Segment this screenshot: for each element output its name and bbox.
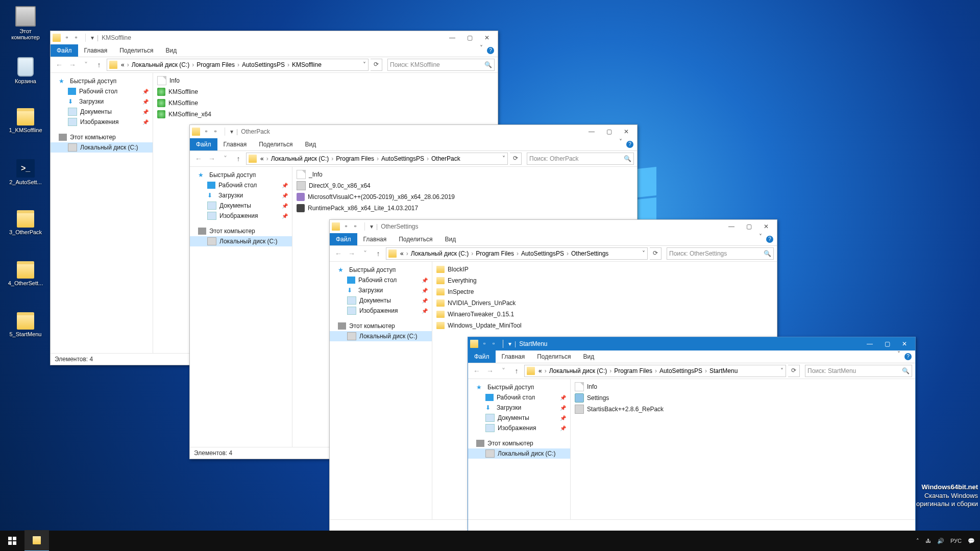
recent-dropdown[interactable]: ˅ (359, 248, 371, 259)
close-button[interactable]: ✕ (757, 220, 775, 233)
ribbon-tab-view[interactable]: Вид (577, 350, 600, 363)
forward-button[interactable]: → (484, 365, 496, 377)
address-dropdown-icon[interactable]: ˅ (640, 250, 647, 257)
nav-drive-c[interactable]: Локальный диск (C:) (468, 448, 570, 459)
chevron-down-icon[interactable]: ▾ (370, 223, 373, 230)
back-button[interactable]: ← (333, 248, 344, 259)
ribbon-expand-icon[interactable]: ˅ (477, 44, 485, 57)
file-item[interactable]: Info (157, 75, 494, 86)
ribbon-tab-share[interactable]: Поделиться (393, 233, 438, 245)
ribbon-tab-view[interactable]: Вид (299, 138, 322, 151)
nav-pictures[interactable]: Изображения📌 (468, 423, 570, 433)
file-item[interactable]: KMSoffline_x64 (157, 109, 494, 120)
language-indicator[interactable]: РУС (950, 538, 962, 544)
file-item[interactable]: Everything (436, 275, 773, 286)
ribbon-tab-home[interactable]: Главная (78, 44, 114, 57)
breadcrumb-item[interactable]: StartMenu (708, 367, 739, 374)
nav-desktop[interactable]: Рабочий стол📌 (468, 392, 570, 403)
help-button[interactable]: ? (485, 44, 496, 57)
nav-desktop[interactable]: Рабочий стол📌 (190, 180, 292, 190)
qat-newfolder-icon[interactable]: ▫ (493, 340, 501, 348)
nav-drive-c[interactable]: Локальный диск (C:) (190, 236, 292, 246)
file-item[interactable]: KMSoffline (157, 97, 494, 109)
desktop-icon[interactable]: 1_KMSoffline (6, 108, 45, 133)
ribbon-tab-home[interactable]: Главная (217, 138, 253, 151)
desktop-icon[interactable]: >_2_AutoSett... (6, 159, 45, 185)
desktop-icon[interactable]: 5_StartMenu (6, 312, 45, 337)
breadcrumb-item[interactable]: Program Files (612, 367, 654, 374)
qat-properties-icon[interactable]: ▫ (483, 340, 492, 348)
file-item[interactable]: RuntimePack_x86_x64_Lite_14.03.2017 (297, 203, 633, 214)
nav-quick-access[interactable]: ★Быстрый доступ (468, 382, 570, 392)
refresh-button[interactable]: ⟳ (371, 59, 382, 71)
nav-downloads[interactable]: ⬇Загрузки📌 (190, 190, 292, 201)
nav-documents[interactable]: Документы📌 (468, 413, 570, 423)
ribbon-tab-file[interactable]: Файл (330, 233, 357, 245)
chevron-down-icon[interactable]: ▾ (230, 128, 233, 135)
qat-properties-icon[interactable]: ▫ (345, 222, 353, 231)
file-item[interactable]: MicrosoftVisualC++(2005-2019)_x86_x64_28… (297, 191, 633, 203)
file-item[interactable]: Info (575, 381, 911, 392)
nav-documents[interactable]: Документы📌 (190, 201, 292, 211)
forward-button[interactable]: → (206, 153, 217, 164)
minimize-button[interactable]: — (861, 337, 878, 350)
nav-downloads[interactable]: ⬇Загрузки📌 (51, 96, 153, 107)
ribbon-tab-file[interactable]: Файл (51, 44, 78, 57)
up-button[interactable]: ↑ (93, 59, 105, 70)
file-item[interactable]: WinaeroTweaker_0.15.1 (436, 309, 773, 320)
search-box[interactable]: Поиск: StartMenu🔍 (805, 365, 912, 377)
nav-pictures[interactable]: Изображения📌 (330, 306, 432, 316)
refresh-button[interactable]: ⟳ (650, 247, 662, 260)
recent-dropdown[interactable]: ˅ (219, 153, 231, 164)
maximize-button[interactable]: ▢ (740, 220, 757, 233)
tray-up-icon[interactable]: ˄ (916, 538, 919, 544)
ribbon-tab-file[interactable]: Файл (468, 350, 496, 363)
ribbon-tab-view[interactable]: Вид (159, 44, 183, 57)
titlebar[interactable]: ▫▫▾|StartMenu—▢✕ (468, 337, 915, 350)
breadcrumb-item[interactable]: Program Files (195, 61, 236, 68)
breadcrumb-item[interactable]: OtherPack (430, 155, 462, 162)
breadcrumb-item[interactable]: Локальный диск (C:) (548, 367, 609, 374)
chevron-down-icon[interactable]: ▾ (91, 34, 94, 41)
nav-documents[interactable]: Документы📌 (51, 107, 153, 117)
file-item[interactable]: KMSoffline (157, 86, 494, 97)
breadcrumb-item[interactable]: Program Files (474, 250, 516, 257)
nav-downloads[interactable]: ⬇Загрузки📌 (468, 403, 570, 413)
nav-this-pc[interactable]: Этот компьютер (330, 321, 432, 331)
desktop-icon[interactable]: 3_OtherPack (6, 210, 45, 235)
breadcrumb-item[interactable]: « (259, 155, 265, 162)
nav-this-pc[interactable]: Этот компьютер (190, 226, 292, 236)
qat-properties-icon[interactable]: ▫ (205, 128, 213, 136)
nav-this-pc[interactable]: Этот компьютер (468, 438, 570, 448)
ribbon-tab-file[interactable]: Файл (190, 138, 217, 151)
desktop-icon[interactable]: Этот компьютер (6, 6, 45, 40)
breadcrumb-item[interactable]: Program Files (334, 155, 376, 162)
maximize-button[interactable]: ▢ (461, 31, 478, 44)
back-button[interactable]: ← (471, 365, 482, 377)
nav-drive-c[interactable]: Локальный диск (C:) (51, 142, 153, 153)
nav-quick-access[interactable]: ★Быстрый доступ (330, 265, 432, 275)
file-item[interactable]: DirectX_9.0c_x86_x64 (297, 180, 633, 191)
up-button[interactable]: ↑ (373, 248, 384, 259)
close-button[interactable]: ✕ (618, 125, 635, 138)
address-bar[interactable]: «›Локальный диск (C:)›Program Files›Auto… (246, 153, 508, 165)
volume-icon[interactable]: 🔊 (937, 538, 944, 544)
nav-pictures[interactable]: Изображения📌 (190, 211, 292, 221)
forward-button[interactable]: → (346, 248, 357, 259)
help-button[interactable]: ? (625, 138, 635, 151)
search-box[interactable]: Поиск: OtherSettings🔍 (667, 247, 774, 260)
ribbon-tab-share[interactable]: Поделиться (531, 350, 577, 363)
search-box[interactable]: Поиск: OtherPack🔍 (527, 153, 634, 165)
breadcrumb-item[interactable]: « (399, 250, 405, 257)
titlebar[interactable]: ▫▫▾|OtherSettings—▢✕ (330, 220, 777, 233)
maximize-button[interactable]: ▢ (878, 337, 896, 350)
minimize-button[interactable]: — (723, 220, 740, 233)
forward-button[interactable]: → (67, 59, 78, 70)
file-item[interactable]: Windows_Update_MiniTool (436, 320, 773, 331)
up-button[interactable]: ↑ (511, 365, 522, 377)
address-bar[interactable]: «›Локальный диск (C:)›Program Files›Auto… (524, 365, 786, 377)
breadcrumb-item[interactable]: Локальный диск (C:) (270, 155, 331, 162)
ribbon-tab-view[interactable]: Вид (438, 233, 462, 245)
breadcrumb-item[interactable]: OtherSettings (570, 250, 610, 257)
breadcrumb-item[interactable]: Локальный диск (C:) (409, 250, 471, 257)
